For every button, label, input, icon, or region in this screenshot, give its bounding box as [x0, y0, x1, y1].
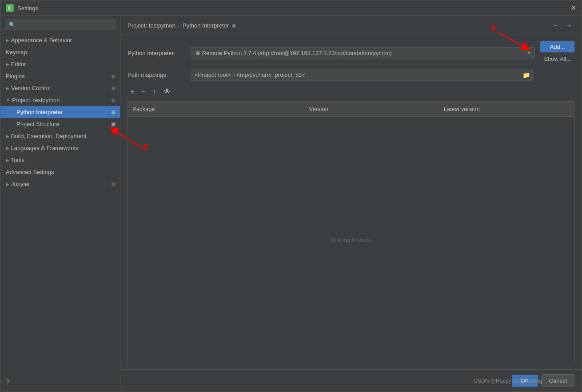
add-package-button[interactable]: +	[128, 87, 137, 97]
sidebar-item-project-testpython[interactable]: ▼ Project: testpython ▣	[0, 94, 120, 106]
app-icon: C	[6, 4, 14, 12]
settings-icon: ▣	[111, 121, 116, 127]
dialog-footer: OK Cancel	[120, 369, 582, 392]
chevron-icon: ▶	[6, 158, 9, 162]
nav-buttons: ← →	[550, 20, 574, 30]
sidebar-item-label: Project Structure	[16, 121, 60, 127]
ok-button[interactable]: OK	[512, 375, 538, 387]
settings-icon: ▣	[111, 109, 116, 115]
sidebar-item-label: Version Control	[11, 85, 51, 91]
show-all-button[interactable]: Show All...	[540, 53, 574, 64]
settings-icon: ▣	[111, 73, 116, 79]
col-package: Package	[128, 104, 305, 114]
chevron-icon: ▶	[6, 134, 9, 139]
sidebar-item-project-structure[interactable]: Project Structure ▣	[0, 118, 120, 130]
interpreter-label: Python Interpreter:	[128, 50, 185, 56]
settings-icon: ▣	[111, 181, 116, 187]
sidebar-item-plugins[interactable]: Plugins ▣	[0, 70, 120, 82]
breadcrumb-parent: Project: testpython	[128, 22, 175, 29]
path-label: Path mappings:	[128, 71, 185, 78]
chevron-expand-icon: ▼	[6, 98, 10, 103]
sidebar-item-appearance[interactable]: ▶ Appearance & Behavior	[0, 34, 120, 46]
sidebar-item-advanced-settings[interactable]: Advanced Settings	[0, 166, 120, 178]
settings-icon: ▣	[111, 97, 116, 103]
back-button[interactable]: ←	[550, 20, 561, 30]
panel-header: Project: testpython › Python Interpreter…	[120, 16, 582, 35]
chevron-icon: ▶	[6, 38, 9, 43]
window-title: Settings	[17, 5, 38, 12]
help-section: ?	[0, 373, 120, 392]
chevron-icon: ▶	[6, 146, 9, 150]
search-input[interactable]	[5, 20, 116, 30]
table-empty-message: Nothing to show	[128, 117, 574, 363]
sidebar-item-label: Appearance & Behavior	[11, 37, 72, 44]
sidebar-item-label: Jupyter	[11, 181, 30, 187]
cancel-button[interactable]: Cancel	[542, 374, 574, 387]
chevron-icon: ▶	[6, 182, 9, 186]
sidebar-item-label: Build, Execution, Deployment	[11, 133, 87, 139]
sidebar-item-label: Advanced Settings	[6, 169, 54, 175]
path-input-wrap: 📁	[191, 69, 533, 81]
panel-body: Python Interpreter: 🖥 Remote Python 3.7.…	[120, 35, 582, 369]
interpreter-row: Python Interpreter: 🖥 Remote Python 3.7.…	[128, 41, 574, 64]
folder-icon: 📁	[522, 71, 530, 79]
package-table: Package Version Latest version Nothing t…	[128, 101, 574, 363]
sidebar-item-label: Project: testpython	[12, 97, 60, 103]
col-version: Version	[305, 104, 439, 114]
sidebar-item-label: Tools	[11, 157, 24, 163]
sidebar-item-label: Editor	[11, 61, 26, 67]
upgrade-package-button[interactable]: ↑	[150, 87, 159, 97]
chevron-icon: ▶	[6, 62, 9, 67]
sidebar-item-label: Plugins	[6, 73, 25, 79]
close-button[interactable]: ✕	[570, 4, 576, 12]
sidebar-item-label: Keymap	[6, 49, 27, 55]
col-latest-version: Latest version	[439, 104, 574, 114]
show-packages-button[interactable]: 👁	[161, 87, 173, 97]
help-icon[interactable]: ?	[6, 378, 10, 386]
interpreter-select-wrap: 🖥 Remote Python 3.7.4 (sftp://root@192.1…	[191, 47, 535, 59]
search-bar[interactable]	[0, 16, 120, 34]
sidebar-item-build-execution[interactable]: ▶ Build, Execution, Deployment	[0, 130, 120, 142]
interpreter-select[interactable]: 🖥 Remote Python 3.7.4 (sftp://root@192.1…	[191, 47, 535, 59]
right-panel: Project: testpython › Python Interpreter…	[120, 16, 582, 392]
breadcrumb-current: Python Interpreter	[183, 22, 229, 29]
sidebar-item-editor[interactable]: ▶ Editor	[0, 58, 120, 70]
remove-package-button[interactable]: −	[139, 87, 148, 97]
sidebar-item-jupyter[interactable]: ▶ Jupyter ▣	[0, 178, 120, 190]
add-show-buttons: Add... Show All...	[540, 41, 574, 64]
sidebar-item-languages-frameworks[interactable]: ▶ Languages & Frameworks	[0, 142, 120, 154]
path-row: Path mappings: 📁	[128, 69, 574, 81]
sidebar-item-keymap[interactable]: Keymap	[0, 46, 120, 58]
breadcrumb-icon[interactable]: ▣	[231, 23, 236, 28]
sidebar-item-label: Languages & Frameworks	[11, 145, 79, 151]
titlebar: C Settings ✕	[0, 0, 582, 16]
settings-icon: ▣	[111, 85, 116, 91]
sidebar-item-python-interpreter[interactable]: Python Interpreter ▣	[0, 106, 120, 118]
add-button[interactable]: Add...	[540, 41, 574, 52]
path-input[interactable]	[191, 69, 533, 81]
chevron-icon: ▶	[6, 86, 9, 91]
breadcrumb-separator: ›	[178, 22, 180, 29]
sidebar-item-version-control[interactable]: ▶ Version Control ▣	[0, 82, 120, 94]
package-toolbar: + − ↑ 👁	[128, 87, 574, 97]
sidebar-item-label: Python Interpreter	[16, 109, 63, 115]
sidebar: ▶ Appearance & Behavior Keymap ▶ Editor …	[0, 16, 120, 392]
table-header: Package Version Latest version	[128, 102, 574, 117]
forward-button[interactable]: →	[564, 20, 574, 30]
breadcrumb: Project: testpython › Python Interpreter…	[128, 22, 236, 29]
sidebar-item-tools[interactable]: ▶ Tools	[0, 154, 120, 166]
